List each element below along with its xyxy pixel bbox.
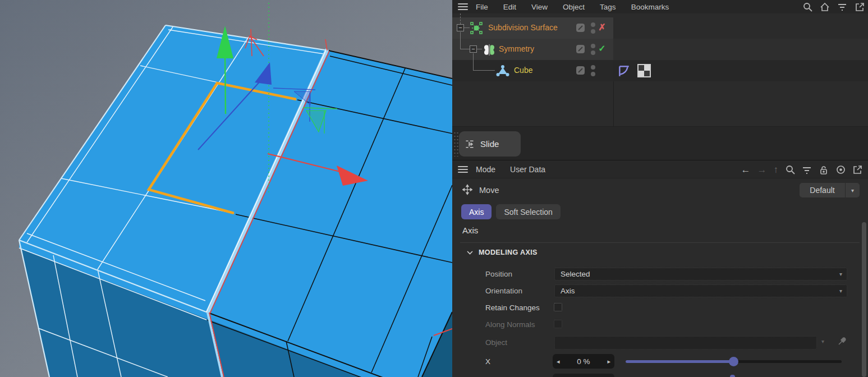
object-row-symmetry[interactable]: − Symmetry ✓: [452, 39, 868, 60]
next-row-spinner-partial: [553, 374, 614, 377]
position-value: Selected: [561, 270, 590, 278]
chevron-down-icon[interactable]: ▾: [821, 338, 824, 344]
menu-tags[interactable]: Tags: [600, 3, 616, 11]
section-modeling-axis[interactable]: MODELING AXIS: [467, 249, 538, 256]
tab-axis[interactable]: Axis: [461, 204, 492, 219]
position-select[interactable]: Selected ▾: [554, 268, 847, 281]
divider: [460, 242, 860, 243]
page-title: Axis: [462, 226, 478, 235]
menu-object[interactable]: Object: [563, 3, 585, 11]
symmetry-butterfly-icon[interactable]: [482, 43, 495, 56]
tree-line: [473, 53, 474, 71]
preset-default-button[interactable]: Default: [800, 183, 845, 197]
decrement-arrow-icon[interactable]: ◂: [557, 358, 560, 365]
home-icon[interactable]: [820, 2, 830, 12]
menu-edit[interactable]: Edit: [503, 3, 516, 11]
slider-fill: [626, 360, 733, 363]
palette-grip[interactable]: [453, 131, 458, 157]
filter-icon[interactable]: [802, 165, 812, 175]
scrollbar-thumb[interactable]: [862, 222, 866, 377]
tool-palette: Slide: [452, 126, 868, 160]
up-icon[interactable]: ↑: [774, 165, 779, 175]
subdivision-surface-icon[interactable]: [470, 21, 483, 35]
tree-line: [477, 49, 482, 49]
cinema4d-window: File Edit View Object Tags Bookmarks: [0, 0, 868, 377]
tree-line: [460, 32, 461, 49]
visibility-dots-icon[interactable]: [591, 44, 595, 55]
active-tool-row: Move Default ▾: [452, 181, 868, 201]
enabled-check-icon[interactable]: ✓: [596, 43, 608, 54]
target-icon[interactable]: [835, 165, 846, 175]
enable-toggle-icon[interactable]: [576, 24, 585, 32]
orientation-label: Orientation: [485, 287, 522, 295]
filter-icon[interactable]: [837, 2, 847, 12]
back-icon[interactable]: ←: [741, 165, 751, 175]
menu-view[interactable]: View: [531, 3, 548, 11]
visibility-dots-icon[interactable]: [591, 22, 595, 34]
viewport-canvas[interactable]: [0, 0, 452, 377]
pop-out-icon[interactable]: [855, 2, 865, 12]
x-value[interactable]: 0 %: [577, 357, 590, 366]
chevron-down-icon: ▾: [839, 288, 842, 294]
object-row-subdivision-surface[interactable]: − S: [452, 17, 868, 39]
object-label[interactable]: Symmetry: [499, 44, 534, 53]
menu-file[interactable]: File: [476, 3, 488, 11]
lock-icon[interactable]: [819, 165, 829, 175]
along-normals-checkbox[interactable]: [554, 320, 562, 328]
slide-tool-label: Slide: [480, 139, 499, 149]
expand-toggle[interactable]: −: [457, 24, 464, 31]
hamburger-icon[interactable]: [458, 3, 468, 10]
along-normals-label: Along Normals: [485, 320, 535, 329]
chevron-down-icon: [467, 251, 473, 255]
object-row-cube[interactable]: Cube: [452, 60, 868, 81]
slider-knob[interactable]: [729, 357, 738, 366]
eyedropper-icon[interactable]: [837, 336, 847, 346]
position-label: Position: [485, 270, 512, 278]
menu-user-data[interactable]: User Data: [510, 165, 545, 174]
object-label[interactable]: Subdivision Surface: [488, 23, 558, 32]
slide-tool-icon: [465, 139, 475, 149]
object-manager: − S: [452, 13, 868, 126]
increment-arrow-icon[interactable]: ▸: [607, 358, 610, 365]
hamburger-icon[interactable]: [458, 166, 468, 173]
selection-tag-icon[interactable]: [637, 64, 651, 77]
chevron-down-icon: ▾: [839, 271, 842, 277]
menu-mode[interactable]: Mode: [476, 165, 495, 174]
attribute-toolbar: Mode User Data ← → ↑: [452, 160, 868, 178]
orientation-value: Axis: [561, 287, 575, 295]
tree-line: [460, 13, 461, 24]
object-label[interactable]: Cube: [514, 66, 532, 75]
visibility-dots-icon[interactable]: [591, 65, 595, 76]
tree-line: [460, 49, 470, 49]
menu-bookmarks[interactable]: Bookmarks: [631, 3, 669, 11]
column-divider: [613, 81, 614, 126]
search-icon[interactable]: [802, 2, 812, 12]
retain-changes-checkbox[interactable]: [554, 303, 562, 311]
enable-toggle-icon[interactable]: [576, 45, 585, 53]
x-value-spinner[interactable]: ◂ 0 % ▸: [553, 354, 614, 369]
y-axis-handle[interactable]: [225, 55, 226, 114]
orientation-select[interactable]: Axis ▾: [554, 284, 847, 297]
tree-line: [473, 70, 495, 71]
retain-changes-label: Retain Changes: [485, 304, 540, 312]
tab-soft-selection[interactable]: Soft Selection: [496, 204, 560, 219]
disabled-cross-icon[interactable]: ✗: [596, 22, 608, 33]
search-icon[interactable]: [785, 165, 795, 175]
forward-icon[interactable]: →: [757, 165, 767, 175]
expand-toggle[interactable]: −: [470, 45, 477, 53]
slide-tool-button[interactable]: Slide: [459, 131, 521, 157]
preset-dropdown-arrow[interactable]: ▾: [846, 183, 860, 197]
x-label: X: [485, 357, 490, 366]
phong-tag-icon[interactable]: [617, 64, 631, 77]
object-link-field[interactable]: [554, 336, 817, 350]
right-panel: File Edit View Object Tags Bookmarks: [452, 0, 868, 377]
x-slider[interactable]: [626, 354, 842, 369]
next-row-knob-partial: [730, 375, 735, 377]
enable-toggle-icon[interactable]: [576, 66, 585, 75]
tree-line: [464, 27, 470, 28]
pop-out-icon[interactable]: [852, 165, 862, 175]
cube-icon[interactable]: [496, 64, 509, 77]
object-link-label: Object: [485, 338, 507, 347]
section-title: MODELING AXIS: [479, 249, 538, 256]
move-tool-icon: [462, 185, 472, 195]
